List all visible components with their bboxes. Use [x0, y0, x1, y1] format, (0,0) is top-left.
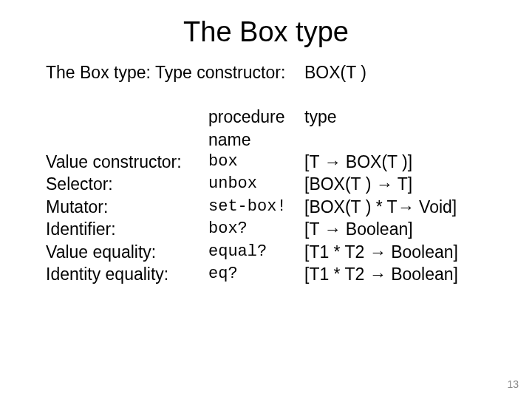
header-proc: procedure name — [208, 106, 304, 151]
spacer — [46, 83, 492, 106]
row-type: [T1 * T2 → Boolean] — [304, 241, 492, 263]
row-type: [T → Boolean] — [304, 218, 492, 240]
row-proc: set-box! — [208, 196, 304, 218]
slide: The Box type The Box type: Type construc… — [0, 0, 532, 399]
row-proc: equal? — [208, 241, 304, 263]
row-label: Identity equality: — [46, 263, 208, 285]
row-label: Value equality: — [46, 241, 208, 263]
top-line-row: The Box type: Type constructor: BOX(T ) — [46, 61, 492, 83]
table-row: Value constructor: box [T → BOX(T )] — [46, 151, 492, 173]
row-type: [BOX(T ) * T→ Void] — [304, 196, 492, 218]
slide-title: The Box type — [0, 0, 532, 61]
row-label: Mutator: — [46, 196, 208, 218]
row-type: [T1 * T2 → Boolean] — [304, 263, 492, 285]
table-row: Selector: unbox [BOX(T ) → T] — [46, 173, 492, 195]
row-type: [BOX(T ) → T] — [304, 173, 492, 195]
table-row: Identifier: box? [T → Boolean] — [46, 218, 492, 240]
row-proc: box? — [208, 218, 304, 240]
table-row: Value equality: equal? [T1 * T2 → Boolea… — [46, 241, 492, 263]
row-label: Value constructor: — [46, 151, 208, 173]
row-label: Identifier: — [46, 218, 208, 240]
table-row: Mutator: set-box! [BOX(T ) * T→ Void] — [46, 196, 492, 218]
page-number: 13 — [507, 378, 519, 390]
row-proc: unbox — [208, 173, 304, 195]
header-row: procedure name type — [46, 106, 492, 151]
header-type: type — [304, 106, 492, 151]
row-proc: eq? — [208, 263, 304, 285]
row-proc: box — [208, 151, 304, 173]
header-label-blank — [46, 106, 208, 151]
row-type: [T → BOX(T )] — [304, 151, 492, 173]
row-label: Selector: — [46, 173, 208, 195]
table-row: Identity equality: eq? [T1 * T2 → Boolea… — [46, 263, 492, 285]
top-line-value: BOX(T ) — [304, 61, 492, 83]
top-line-label: The Box type: Type constructor: — [46, 61, 304, 83]
slide-body: The Box type: Type constructor: BOX(T ) … — [0, 61, 532, 285]
